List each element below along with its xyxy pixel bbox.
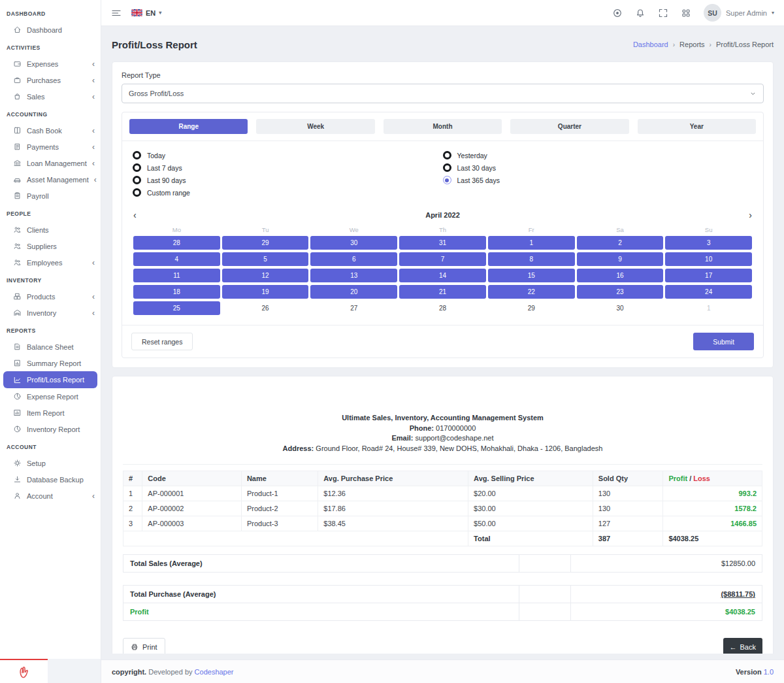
calendar-day[interactable]: 2 — [577, 236, 664, 250]
calendar-day[interactable]: 31 — [399, 236, 486, 250]
sidebar-item-profit-loss-report[interactable]: Profit/Loss Report — [3, 371, 97, 388]
calendar-day[interactable]: 28 — [133, 236, 220, 250]
calendar-day[interactable]: 23 — [577, 285, 664, 299]
calendar-day[interactable]: 28 — [399, 301, 486, 315]
calendar-day-headers: MoTuWeThFrSaSu — [133, 226, 752, 233]
calendar-day[interactable]: 7 — [399, 252, 486, 266]
sidebar-item-label: Sales — [27, 93, 45, 101]
chevron-left-icon: ‹ — [92, 259, 95, 267]
calendar-day[interactable]: 11 — [133, 269, 220, 282]
calendar-day[interactable]: 18 — [133, 285, 220, 299]
sidebar-item-cash-book[interactable]: Cash Book‹ — [0, 122, 101, 139]
radio-last-7-days[interactable]: Last 7 days — [133, 161, 443, 174]
sidebar-item-loan-management[interactable]: Loan Management‹ — [0, 155, 101, 171]
sidebar-item-account[interactable]: Account‹ — [0, 488, 101, 504]
calendar-day[interactable]: 14 — [399, 269, 486, 282]
codeshaper-link[interactable]: Codeshaper — [195, 668, 234, 676]
calendar-day[interactable]: 8 — [488, 252, 575, 266]
back-button[interactable]: ← Back — [723, 638, 762, 654]
tab-quarter[interactable]: Quarter — [510, 119, 629, 134]
calendar-day[interactable]: 5 — [222, 252, 309, 266]
breadcrumb-dashboard[interactable]: Dashboard — [633, 41, 668, 48]
history-icon[interactable] — [612, 8, 623, 18]
calendar-day[interactable]: 15 — [488, 269, 575, 282]
calendar-day[interactable]: 25 — [133, 301, 220, 315]
print-button[interactable]: Print — [123, 638, 165, 654]
user-menu[interactable]: SU Super Admin ▾ — [704, 4, 774, 22]
sidebar-item-purchases[interactable]: Purchases‹ — [0, 72, 101, 88]
calendar-day[interactable]: 20 — [310, 285, 397, 299]
apps-icon[interactable] — [681, 8, 691, 18]
tab-month[interactable]: Month — [384, 119, 502, 134]
profit-row: Profit $4038.25 — [123, 603, 762, 621]
sidebar-item-summary-report[interactable]: Summary Report — [0, 355, 101, 371]
sidebar-item-setup[interactable]: Setup — [0, 455, 101, 471]
sidebar-item-products[interactable]: Products‹ — [0, 288, 101, 305]
calendar-day[interactable]: 22 — [488, 285, 575, 299]
radio-indicator — [133, 163, 141, 172]
brand-logo[interactable] — [0, 659, 48, 683]
divider — [123, 464, 762, 465]
report-type-select[interactable]: Gross Profit/Loss — [122, 84, 764, 103]
calendar-day[interactable]: 29 — [488, 301, 575, 315]
total-qty: 387 — [593, 531, 663, 546]
sidebar-item-suppliers[interactable]: Suppliers — [0, 238, 101, 254]
sidebar-item-label: Account — [27, 492, 53, 500]
calendar-day[interactable]: 16 — [577, 269, 664, 282]
fullscreen-icon[interactable] — [658, 8, 668, 18]
radio-last-365-days[interactable]: Last 365 days — [443, 174, 753, 186]
sidebar-bottom — [0, 659, 101, 683]
calendar-day[interactable]: 13 — [310, 269, 397, 282]
radio-last-30-days[interactable]: Last 30 days — [443, 161, 753, 174]
calendar-day[interactable]: 10 — [665, 252, 752, 266]
calendar-day[interactable]: 21 — [399, 285, 486, 299]
calendar-day[interactable]: 17 — [665, 269, 752, 282]
notifications-icon[interactable] — [635, 8, 645, 18]
tab-year[interactable]: Year — [638, 119, 756, 134]
calendar-day[interactable]: 19 — [222, 285, 309, 299]
calendar-day[interactable]: 27 — [310, 301, 397, 315]
sidebar-item-clients[interactable]: Clients — [0, 222, 101, 238]
sidebar-item-item-report[interactable]: Item Report — [0, 405, 101, 421]
calendar-day[interactable]: 30 — [577, 301, 664, 315]
reset-ranges-button[interactable]: Reset ranges — [131, 333, 193, 350]
tab-range[interactable]: Range — [129, 119, 248, 134]
calendar-day[interactable]: 12 — [222, 269, 309, 282]
sidebar-item-dashboard[interactable]: Dashboard — [0, 22, 101, 38]
calendar-day[interactable]: 6 — [310, 252, 397, 266]
sidebar-item-employees[interactable]: Employees‹ — [0, 254, 101, 271]
user-name: Super Admin — [726, 9, 767, 17]
calendar-day[interactable]: 24 — [665, 285, 752, 299]
submit-button[interactable]: Submit — [693, 333, 754, 350]
calendar-day[interactable]: 1 — [488, 236, 575, 250]
sidebar-item-payments[interactable]: Payments‹ — [0, 139, 101, 155]
radio-custom-range[interactable]: Custom range — [133, 186, 443, 199]
sidebar-item-sales[interactable]: Sales‹ — [0, 88, 101, 105]
calendar-day[interactable]: 26 — [222, 301, 309, 315]
calendar-day[interactable]: 9 — [577, 252, 664, 266]
calendar-prev-icon[interactable]: ‹ — [133, 210, 148, 220]
calendar-day[interactable]: 29 — [222, 236, 309, 250]
sidebar-item-expense-report[interactable]: Expense Report — [0, 388, 101, 405]
sidebar-item-balance-sheet[interactable]: Balance Sheet — [0, 339, 101, 355]
sidebar-item-expenses[interactable]: Expenses‹ — [0, 56, 101, 72]
language-selector[interactable]: EN ▾ — [131, 9, 161, 17]
sidebar-item-asset-management[interactable]: Asset Management‹ — [0, 171, 101, 188]
radio-yesterday[interactable]: Yesterday — [443, 149, 753, 161]
tab-week[interactable]: Week — [256, 119, 374, 134]
calendar-day[interactable]: 4 — [133, 252, 220, 266]
sidebar-item-label: Inventory Report — [27, 425, 80, 433]
radio-last-90-days[interactable]: Last 90 days — [133, 174, 443, 186]
calendar-day[interactable]: 3 — [665, 236, 752, 250]
calendar-day[interactable]: 1 — [665, 301, 752, 315]
language-label: EN — [146, 9, 155, 17]
menu-toggle-icon[interactable] — [111, 8, 122, 18]
calendar-next-icon[interactable]: › — [738, 210, 752, 220]
sidebar-item-payroll[interactable]: Payroll — [0, 188, 101, 204]
breadcrumb-current: Profit/Loss Report — [716, 41, 774, 48]
calendar-day[interactable]: 30 — [310, 236, 397, 250]
sidebar-item-inventory[interactable]: Inventory‹ — [0, 305, 101, 321]
sidebar-item-inventory-report[interactable]: Inventory Report — [0, 421, 101, 437]
sidebar-item-database-backup[interactable]: Database Backup — [0, 471, 101, 488]
radio-today[interactable]: Today — [133, 149, 443, 161]
